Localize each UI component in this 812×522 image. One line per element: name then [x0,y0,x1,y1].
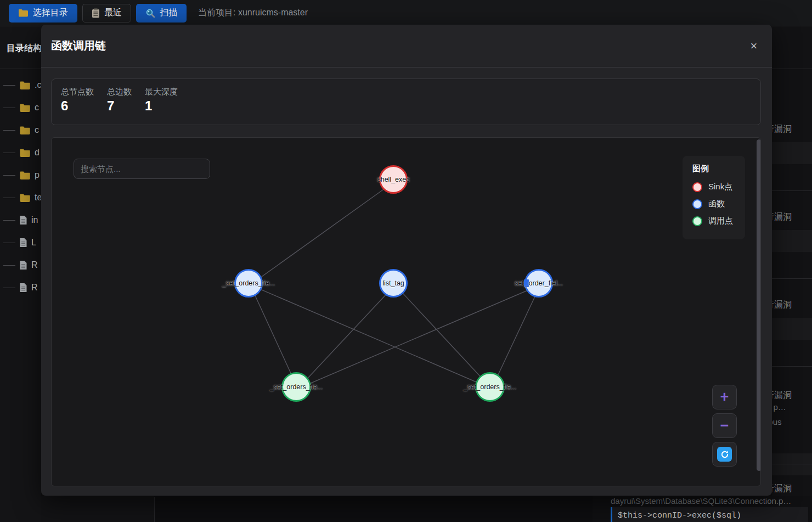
select-directory-label: 选择目录 [33,7,68,19]
stat-item-0: 总节点数6 [61,87,94,125]
vulnerability-item-label: 行漏洞 [772,390,792,401]
close-icon: × [751,39,758,53]
select-directory-button[interactable]: 选择目录 [9,4,77,23]
tree-guide-line [3,153,15,153]
background-bottom-panel [41,496,593,522]
code-preview-box [772,453,812,475]
clipboard-icon [92,8,100,18]
code-preview-box [772,318,812,340]
tree-guide-line [3,130,15,131]
folder-icon [18,9,29,17]
tree-item-label: .c [35,80,41,90]
tree-item-folder-2[interactable]: c [0,123,39,137]
zoom-out-button[interactable]: − [712,413,737,438]
zoom-in-button[interactable]: + [712,385,737,409]
graph-node-shell_exec[interactable]: shell_exec [379,165,408,194]
plus-icon: + [720,390,729,405]
folder-icon [19,148,31,158]
tree-item-label: c [35,125,39,135]
panel-divider [772,69,812,69]
function-call-chain-modal: 函数调用链 × 总节点数6总边数7最大深度1 shell_exec_set_or… [41,25,772,496]
file-icon [19,215,27,225]
graph-edge [298,285,540,389]
folder-icon [19,103,31,113]
tree-item-folder-4[interactable]: p [0,168,40,182]
list-divider [772,190,812,191]
minus-icon: − [720,418,729,433]
tree-guide-line [3,288,15,288]
tree-item-file-6[interactable]: in [0,213,38,227]
vulnerability-item-label: 行漏洞 [772,211,792,223]
close-button[interactable]: × [746,38,762,54]
scan-button[interactable]: 扫描 [136,4,187,23]
tree-guide-line [3,198,15,198]
graph-node-list_tag[interactable]: list_tag [379,269,408,298]
graph-node-set_orders_field_left[interactable]: _set_orders_fie... [234,269,263,298]
selected-character: _ [524,279,529,287]
code-preview-box [772,142,812,164]
top-toolbar: 选择目录 最近 扫描 当前项目: xunruicms-master [0,0,812,26]
legend-dot [692,216,702,226]
tree-guide-line [3,108,15,108]
tree-guide-line [3,265,15,266]
folder-icon [19,126,31,135]
current-project-label: 当前项目: xunruicms-master [198,7,308,19]
file-tree-sidebar: 目录结构 .cccdpteinLRR [0,26,41,522]
tree-guide-line [3,220,15,221]
graph-scrollbar[interactable] [757,139,761,485]
vulnerability-item-label: 行漏洞 [772,483,792,495]
code-snippet-panel: dayrui\System\Database\SQLite3\Connectio… [593,496,812,522]
graph-edges [52,138,761,486]
tree-item-label: p [35,170,40,180]
file-icon [19,260,27,270]
legend: 图例 Sink点函数调用点 [683,156,745,239]
graph-node-set_order_field_right[interactable]: set_order_fiel... [525,269,553,298]
graph-edge [250,181,395,285]
graph-node-label: shell_exec [377,176,409,183]
tree-item-file-9[interactable]: R [0,280,38,295]
graph-node-set_orders_field_call_right[interactable]: _set_orders_fie... [475,372,505,402]
stat-label: 总节点数 [61,87,94,97]
legend-title: 图例 [692,164,745,174]
tree-item-folder-3[interactable]: d [0,145,40,160]
legend-item-2: 调用点 [692,216,745,226]
code-line: $this->connID->exec($sql) [611,507,808,522]
legend-item-label: 调用点 [708,216,733,226]
graph-node-label: _set_orders_fie... [270,383,323,391]
tree-item-label: in [31,215,38,225]
vulnerability-item-label: 行漏洞 [772,124,792,135]
tree-item-label: te [35,193,41,203]
recent-label: 最近 [104,7,122,19]
vulnerability-list-panel: 行漏洞行漏洞行漏洞行漏洞行漏洞 n p… nous [772,26,812,496]
stat-value: 6 [61,98,94,114]
tree-item-file-7[interactable]: L [0,235,36,250]
tree-guide-line [3,175,15,176]
search-magnifier-icon [145,8,155,18]
legend-dot [692,182,702,192]
legend-item-label: 函数 [708,199,725,209]
search-input[interactable] [74,159,210,179]
legend-item-1: 函数 [692,199,745,209]
tree-item-folder-0[interactable]: .c [0,78,41,92]
tree-item-label: L [31,238,36,248]
legend-item-0: Sink点 [692,182,745,192]
tree-item-folder-1[interactable]: c [0,100,39,115]
tree-guide-line [3,85,15,86]
reset-view-button[interactable] [712,442,737,467]
tree-item-label: d [35,148,40,158]
clipped-code-text: nous [772,417,782,426]
tree-item-folder-5[interactable]: te [0,190,41,205]
graph-node-label: list_tag [382,279,404,287]
scan-label: 扫描 [160,7,177,19]
zoom-controls: + − [712,385,737,467]
vulnerability-item-label: 行漏洞 [772,299,792,311]
modal-header: 函数调用链 × [41,25,772,68]
graph-node-set_orders_field_call_left[interactable]: _set_orders_fie... [281,372,311,402]
list-divider [772,278,812,279]
stat-item-2: 最大深度1 [145,87,178,125]
stats-bar: 总节点数6总边数7最大深度1 [51,78,761,125]
tree-item-label: R [31,260,38,270]
recent-button[interactable]: 最近 [82,4,131,23]
scrollbar-thumb[interactable] [757,139,761,471]
tree-item-file-8[interactable]: R [0,258,38,272]
